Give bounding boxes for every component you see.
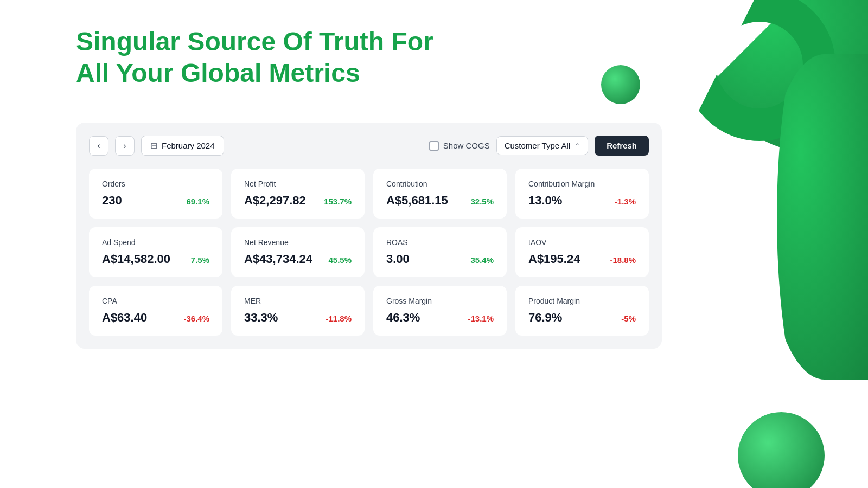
metric-label: Ad Spend bbox=[102, 238, 209, 247]
metric-change: 32.5% bbox=[470, 197, 494, 206]
metric-change: -36.4% bbox=[183, 314, 209, 323]
metric-change: 69.1% bbox=[186, 197, 209, 206]
page-heading: Singular Source Of Truth For All Your Gl… bbox=[76, 26, 433, 88]
metric-card: ContributionA$5,681.1532.5% bbox=[373, 169, 507, 219]
metric-row: 3.0035.4% bbox=[386, 252, 494, 266]
customer-type-dropdown[interactable]: Customer Type All ⌃ bbox=[496, 136, 588, 155]
metric-label: Contribution bbox=[386, 179, 494, 188]
metric-value: A$14,582.00 bbox=[102, 252, 170, 266]
calendar-icon: ⊟ bbox=[150, 140, 157, 151]
dashboard-container: ‹ › ⊟ February 2024 Show COGS Customer T… bbox=[76, 123, 662, 349]
deco-circle-mid bbox=[601, 65, 640, 104]
show-cogs-text: Show COGS bbox=[443, 141, 490, 150]
metric-row: 46.3%-13.1% bbox=[386, 311, 494, 325]
metric-card: tAOVA$195.24-18.8% bbox=[515, 227, 649, 277]
metric-label: MER bbox=[244, 297, 352, 305]
metric-row: 13.0%-1.3% bbox=[528, 194, 636, 208]
metric-card: Net RevenueA$43,734.2445.5% bbox=[231, 227, 365, 277]
refresh-button[interactable]: Refresh bbox=[595, 136, 649, 156]
metric-value: 230 bbox=[102, 194, 122, 208]
metric-change: 45.5% bbox=[328, 255, 352, 265]
show-cogs-label[interactable]: Show COGS bbox=[429, 141, 490, 151]
metric-change: 153.7% bbox=[324, 197, 352, 206]
metric-row: A$43,734.2445.5% bbox=[244, 252, 352, 266]
metric-label: Product Margin bbox=[528, 297, 636, 305]
metric-change: 7.5% bbox=[191, 255, 209, 265]
metric-value: A$43,734.24 bbox=[244, 252, 312, 266]
metric-label: ROAS bbox=[386, 238, 494, 247]
metric-value: A$195.24 bbox=[528, 252, 580, 266]
metric-change: -1.3% bbox=[615, 197, 636, 206]
metric-row: 23069.1% bbox=[102, 194, 209, 208]
metrics-grid: Orders23069.1%Net ProfitA$2,297.82153.7%… bbox=[89, 169, 649, 336]
metric-card: ROAS3.0035.4% bbox=[373, 227, 507, 277]
metric-row: A$63.40-36.4% bbox=[102, 311, 209, 325]
deco-bottom-right bbox=[738, 412, 825, 488]
metric-card: Contribution Margin13.0%-1.3% bbox=[515, 169, 649, 219]
metric-row: A$14,582.007.5% bbox=[102, 252, 209, 266]
metric-value: 3.00 bbox=[386, 252, 410, 266]
date-value: February 2024 bbox=[162, 141, 215, 150]
metric-row: A$195.24-18.8% bbox=[528, 252, 636, 266]
metric-label: Net Profit bbox=[244, 179, 352, 188]
metric-label: Gross Margin bbox=[386, 297, 494, 305]
metric-card: Gross Margin46.3%-13.1% bbox=[373, 286, 507, 336]
metric-card: Product Margin76.9%-5% bbox=[515, 286, 649, 336]
chevron-down-icon: ⌃ bbox=[575, 142, 580, 150]
prev-month-button[interactable]: ‹ bbox=[89, 136, 108, 156]
customer-type-label: Customer Type All bbox=[505, 141, 570, 150]
metric-change: -5% bbox=[621, 314, 636, 323]
toolbar: ‹ › ⊟ February 2024 Show COGS Customer T… bbox=[89, 136, 649, 156]
metric-value: 33.3% bbox=[244, 311, 278, 325]
metric-row: A$2,297.82153.7% bbox=[244, 194, 352, 208]
metric-value: A$2,297.82 bbox=[244, 194, 306, 208]
metric-card: Ad SpendA$14,582.007.5% bbox=[89, 227, 222, 277]
metric-value: 13.0% bbox=[528, 194, 562, 208]
metric-change: 35.4% bbox=[470, 255, 494, 265]
next-month-button[interactable]: › bbox=[115, 136, 135, 156]
metric-row: 33.3%-11.8% bbox=[244, 311, 352, 325]
metric-card: Orders23069.1% bbox=[89, 169, 222, 219]
metric-card: Net ProfitA$2,297.82153.7% bbox=[231, 169, 365, 219]
show-cogs-checkbox[interactable] bbox=[429, 141, 439, 151]
metric-label: Net Revenue bbox=[244, 238, 352, 247]
heading-line1: Singular Source Of Truth For bbox=[76, 27, 433, 56]
heading-line2: All Your Global Metrics bbox=[76, 59, 360, 87]
metric-change: -11.8% bbox=[326, 314, 352, 323]
metric-label: tAOV bbox=[528, 238, 636, 247]
metric-change: -13.1% bbox=[468, 314, 494, 323]
metric-value: 46.3% bbox=[386, 311, 420, 325]
metric-card: CPAA$63.40-36.4% bbox=[89, 286, 222, 336]
date-picker[interactable]: ⊟ February 2024 bbox=[141, 136, 224, 156]
metric-label: Orders bbox=[102, 179, 209, 188]
metric-row: 76.9%-5% bbox=[528, 311, 636, 325]
metric-card: MER33.3%-11.8% bbox=[231, 286, 365, 336]
metric-change: -18.8% bbox=[610, 255, 636, 265]
metric-row: A$5,681.1532.5% bbox=[386, 194, 494, 208]
metric-value: 76.9% bbox=[528, 311, 562, 325]
metric-label: Contribution Margin bbox=[528, 179, 636, 188]
metric-label: CPA bbox=[102, 297, 209, 305]
metric-value: A$63.40 bbox=[102, 311, 147, 325]
metric-value: A$5,681.15 bbox=[386, 194, 448, 208]
